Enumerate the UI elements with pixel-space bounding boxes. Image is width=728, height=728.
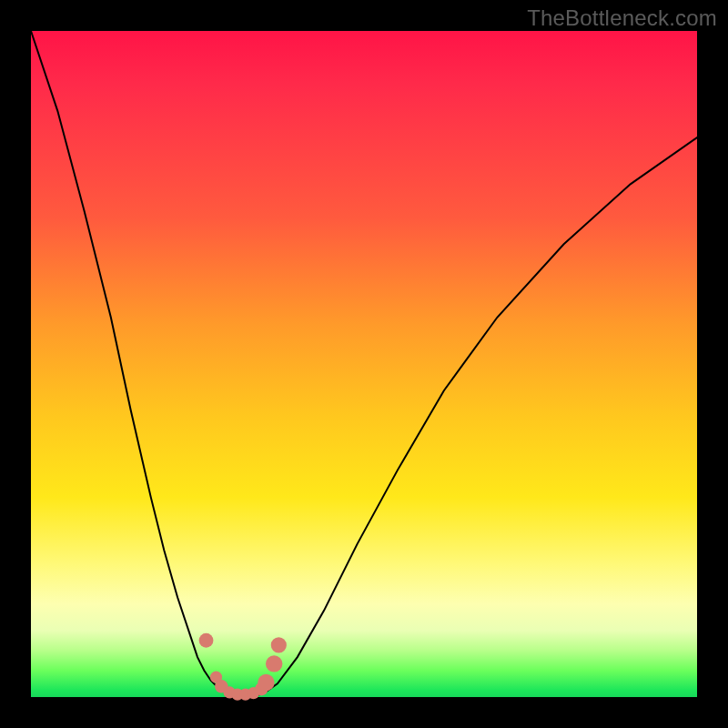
data-marker xyxy=(258,674,274,691)
data-marker xyxy=(271,637,287,652)
plot-area xyxy=(31,31,697,697)
curve-svg xyxy=(31,31,697,697)
chart-frame: TheBottleneck.com xyxy=(0,0,728,728)
data-marker xyxy=(266,655,282,672)
marker-group xyxy=(199,633,287,701)
data-marker xyxy=(199,633,214,648)
watermark-text: TheBottleneck.com xyxy=(527,5,717,31)
bottleneck-curve xyxy=(31,31,697,696)
curve-path-group xyxy=(31,31,697,696)
